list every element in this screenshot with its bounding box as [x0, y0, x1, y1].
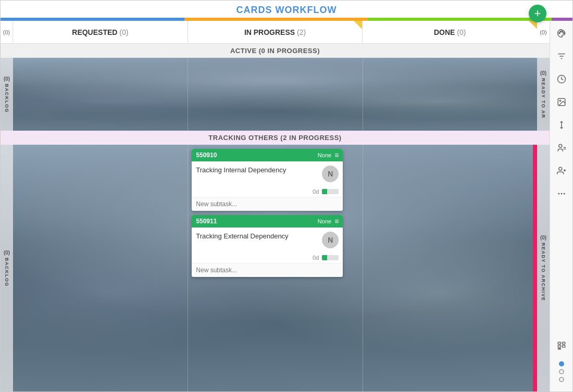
- tracking-section: TRACKING OTHERS (2 IN PROGRESS) (0) BACK…: [1, 131, 550, 391]
- card-550910-progress-bar: [322, 189, 339, 194]
- card-550911-title[interactable]: Tracking External Dependency: [196, 232, 318, 241]
- svg-point-19: [563, 193, 565, 195]
- header: CARDS WORKFLOW: [1, 1, 572, 18]
- tracking-right-label: READY TO ARCHIVE: [541, 243, 546, 301]
- requested-label: REQUESTED: [72, 28, 117, 36]
- card-550910-body: Tracking Internal Dependency N: [192, 161, 343, 186]
- card-550910-none: None: [318, 152, 331, 158]
- tracking-left-label: BACKLOG: [4, 258, 9, 287]
- svg-point-18: [560, 193, 562, 195]
- card-view-icon[interactable]: [554, 338, 569, 353]
- card-550911-none: None: [318, 218, 331, 224]
- svg-rect-23: [562, 345, 565, 347]
- card-550910-header-right: None ≡: [318, 151, 339, 159]
- active-right-label: READY TO AR: [541, 78, 546, 119]
- left-count-header: (0): [1, 21, 13, 43]
- add-button-label: +: [534, 7, 541, 20]
- svg-point-9: [559, 100, 560, 101]
- card-550911-header: 550911 None ≡: [192, 215, 343, 227]
- active-right-count: (0): [540, 70, 546, 76]
- tracking-divider-2: [363, 145, 363, 391]
- columns-header: (0) REQUESTED (0) IN PROGRESS (2) DONE (…: [1, 21, 550, 44]
- app-container: CARDS WORKFLOW + (0) REQUESTED (0) IN PR…: [0, 0, 573, 392]
- tracking-label: TRACKING OTHERS: [208, 134, 278, 142]
- requested-count: (0): [119, 28, 128, 36]
- active-bg: [1, 58, 550, 131]
- card-550911-progress-label: 0d: [313, 255, 319, 261]
- active-section: ACTIVE (0 IN PROGRESS) (0) BACKLOG (0): [1, 44, 550, 131]
- card-550910-avatar[interactable]: N: [322, 166, 339, 182]
- card-550910-id: 550910: [196, 151, 217, 159]
- pagination-dot-3[interactable]: [559, 377, 564, 382]
- pagination-dot-1[interactable]: [559, 361, 564, 366]
- card-550911-body: Tracking External Dependency N: [192, 227, 343, 252]
- divider-1: [188, 58, 188, 131]
- in-progress-label: IN PROGRESS: [244, 28, 295, 36]
- col-header-in-progress[interactable]: IN PROGRESS (2): [188, 21, 363, 43]
- svg-rect-22: [558, 345, 560, 347]
- card-550911[interactable]: 550911 None ≡ Tracking External Dependen…: [192, 215, 343, 277]
- active-section-body: (0) BACKLOG (0) READY TO AR: [1, 58, 550, 131]
- card-550911-progress-fill: [322, 255, 327, 260]
- svg-point-17: [558, 193, 559, 195]
- pagination: [559, 361, 564, 382]
- card-550911-id: 550911: [196, 218, 217, 225]
- svg-rect-20: [558, 342, 560, 344]
- sort-icon[interactable]: [554, 118, 569, 132]
- done-label: DONE: [434, 28, 455, 36]
- col-header-requested[interactable]: REQUESTED (0): [13, 21, 188, 43]
- tracking-section-header: TRACKING OTHERS (2 IN PROGRESS): [1, 131, 550, 145]
- card-550911-subtask-input[interactable]: [192, 263, 343, 277]
- active-bg-inner: [1, 58, 550, 131]
- image-icon[interactable]: [554, 95, 569, 109]
- svg-point-2: [562, 31, 563, 32]
- card-550911-avatar[interactable]: N: [322, 232, 339, 248]
- right-count-value: (0): [540, 29, 546, 35]
- card-550910-progress: 0d: [192, 186, 343, 197]
- card-550911-menu[interactable]: ≡: [334, 217, 339, 225]
- more-icon[interactable]: [554, 186, 569, 201]
- layout-wrapper: (0) REQUESTED (0) IN PROGRESS (2) DONE (…: [1, 21, 572, 391]
- tracking-divider-1: [188, 145, 188, 391]
- filter-icon[interactable]: [554, 49, 569, 64]
- left-count-value: (0): [3, 29, 10, 35]
- archive-pink-bar: [533, 145, 537, 391]
- add-card-button[interactable]: +: [529, 5, 546, 22]
- card-550910-header: 550910 None ≡: [192, 149, 343, 161]
- tracking-count: (2 IN PROGRESS): [280, 134, 341, 142]
- cards-column: 550910 None ≡ Tracking Internal Dependen…: [192, 149, 343, 277]
- svg-rect-21: [562, 342, 565, 344]
- card-550910-progress-label: 0d: [313, 188, 319, 195]
- card-550910-menu[interactable]: ≡: [334, 151, 339, 159]
- active-left-label: BACKLOG: [4, 84, 9, 113]
- svg-point-11: [558, 144, 562, 147]
- content-area: (0) REQUESTED (0) IN PROGRESS (2) DONE (…: [1, 21, 550, 391]
- in-progress-count: (2): [297, 28, 306, 36]
- done-count: (0): [457, 28, 466, 36]
- in-progress-flag: [354, 21, 362, 29]
- right-count-header: (0): [537, 21, 550, 43]
- clock-icon[interactable]: [554, 72, 569, 86]
- divider-2: [363, 58, 363, 131]
- brush-icon[interactable]: [554, 26, 569, 41]
- pagination-dot-2[interactable]: [559, 369, 564, 374]
- col-header-done[interactable]: DONE (0): [363, 21, 537, 43]
- card-550910[interactable]: 550910 None ≡ Tracking Internal Dependen…: [192, 149, 343, 211]
- active-section-header: ACTIVE (0 IN PROGRESS): [1, 44, 550, 58]
- active-label: ACTIVE: [230, 47, 257, 55]
- tracking-section-body: (0) BACKLOG (0) READY TO ARCHIVE: [1, 145, 550, 391]
- svg-point-1: [560, 31, 561, 32]
- card-550911-header-right: None ≡: [318, 217, 339, 225]
- user-list-icon[interactable]: [554, 141, 569, 155]
- tracking-right-count: (0): [540, 235, 546, 241]
- add-user-icon[interactable]: [554, 163, 569, 178]
- svg-point-14: [558, 167, 562, 170]
- active-left-count: (0): [4, 76, 10, 82]
- svg-rect-24: [558, 348, 560, 349]
- svg-point-3: [563, 33, 564, 34]
- tracking-left-count: (0): [4, 250, 10, 256]
- page-title: CARDS WORKFLOW: [236, 5, 337, 15]
- card-550910-subtask-input[interactable]: [192, 197, 343, 211]
- right-sidebar: [550, 21, 572, 391]
- card-550910-title[interactable]: Tracking Internal Dependency: [196, 166, 318, 175]
